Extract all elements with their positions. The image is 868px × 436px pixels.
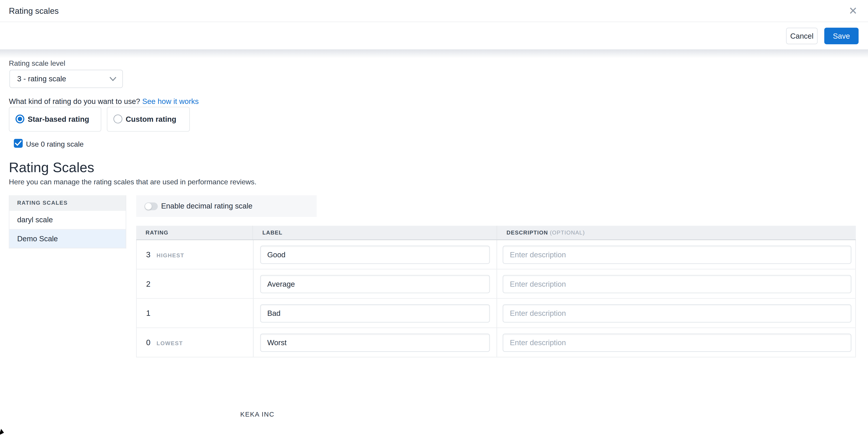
label-input[interactable] (260, 334, 490, 352)
highest-badge: HIGHEST (157, 252, 184, 259)
option-custom-rating[interactable]: Custom rating (107, 107, 190, 132)
page-subtitle: Here you can manage the rating scales th… (9, 177, 256, 186)
checkbox-label: Use 0 rating scale (26, 140, 84, 148)
modal-title: Rating scales (9, 0, 59, 22)
chevron-down-icon (110, 77, 116, 81)
scale-level-label: Rating scale level (9, 59, 65, 68)
rating-value: 0 (146, 328, 151, 357)
rating-scales-modal: Rating scales ✕ Cancel Save Rating scale… (0, 0, 868, 436)
rating-cell: 0LOWEST (137, 328, 253, 357)
label-input[interactable] (260, 304, 490, 323)
table-row: 3HIGHEST (136, 240, 856, 269)
rating-value: 2 (146, 269, 151, 298)
option-label: Star-based rating (28, 107, 89, 131)
mouse-cursor (0, 429, 5, 436)
radio-unselected-icon (114, 114, 122, 123)
column-header-optional-text: (OPTIONAL) (550, 230, 585, 236)
checkbox-checked-icon[interactable] (14, 139, 23, 148)
scale-level-selected-value: 3 - rating scale (17, 70, 66, 88)
description-cell (497, 269, 855, 298)
label-input[interactable] (260, 275, 490, 293)
description-cell (497, 299, 855, 327)
table-row: 1 (136, 299, 856, 328)
save-button[interactable]: Save (825, 28, 859, 44)
decimal-toggle-label: Enable decimal rating scale (161, 195, 252, 217)
rating-value: 1 (146, 299, 151, 327)
option-label: Custom rating (126, 107, 176, 131)
table-row: 2 (136, 269, 856, 299)
description-input[interactable] (503, 304, 851, 323)
toolbar-shadow (0, 50, 868, 58)
radio-selected-icon (16, 114, 24, 123)
rating-scales-list-panel: RATING SCALES daryl scale Demo Scale (9, 195, 126, 248)
label-cell (253, 328, 497, 357)
sidebar-item-daryl-scale[interactable]: daryl scale (9, 210, 126, 229)
column-header-label: LABEL (253, 226, 497, 239)
table-row: 0LOWEST (136, 328, 856, 357)
company-footer: KEKA INC (240, 410, 274, 418)
scale-level-select[interactable]: 3 - rating scale (9, 70, 123, 88)
lowest-badge: LOWEST (157, 340, 183, 346)
sidebar-item-demo-scale[interactable]: Demo Scale (9, 229, 126, 248)
description-cell (497, 240, 855, 269)
rating-cell: 3HIGHEST (137, 240, 253, 269)
description-input[interactable] (503, 245, 851, 264)
description-cell (497, 328, 855, 357)
modal-header: Rating scales ✕ (0, 0, 868, 22)
rating-value: 3 (146, 240, 151, 269)
label-cell (253, 240, 497, 269)
rating-kind-question-text: What kind of rating do you want to use? (9, 97, 140, 106)
close-icon[interactable]: ✕ (848, 6, 858, 16)
decimal-toggle[interactable] (145, 202, 158, 210)
label-cell (253, 269, 497, 298)
rating-cell: 2 (137, 269, 253, 298)
rating-scales-list-header: RATING SCALES (9, 195, 126, 210)
page-title: Rating Scales (9, 159, 94, 175)
option-star-based-rating[interactable]: Star-based rating (9, 107, 101, 132)
label-input[interactable] (260, 245, 490, 264)
table-header-row: RATING LABEL DESCRIPTION (OPTIONAL) (136, 226, 856, 240)
column-header-description-text: DESCRIPTION (506, 230, 548, 236)
rating-kind-question: What kind of rating do you want to use? … (9, 97, 199, 106)
action-toolbar: Cancel Save (0, 22, 868, 50)
label-cell (253, 299, 497, 327)
column-header-rating: RATING (136, 226, 253, 239)
rating-scale-table: RATING LABEL DESCRIPTION (OPTIONAL) 3HIG… (136, 226, 856, 357)
column-header-description: DESCRIPTION (OPTIONAL) (497, 226, 856, 239)
decimal-toggle-panel: Enable decimal rating scale (136, 195, 316, 217)
toggle-knob (145, 203, 152, 210)
cancel-button[interactable]: Cancel (786, 28, 818, 44)
rating-cell: 1 (137, 299, 253, 327)
description-input[interactable] (503, 334, 851, 352)
description-input[interactable] (503, 275, 851, 293)
see-how-it-works-link[interactable]: See how it works (142, 97, 199, 106)
